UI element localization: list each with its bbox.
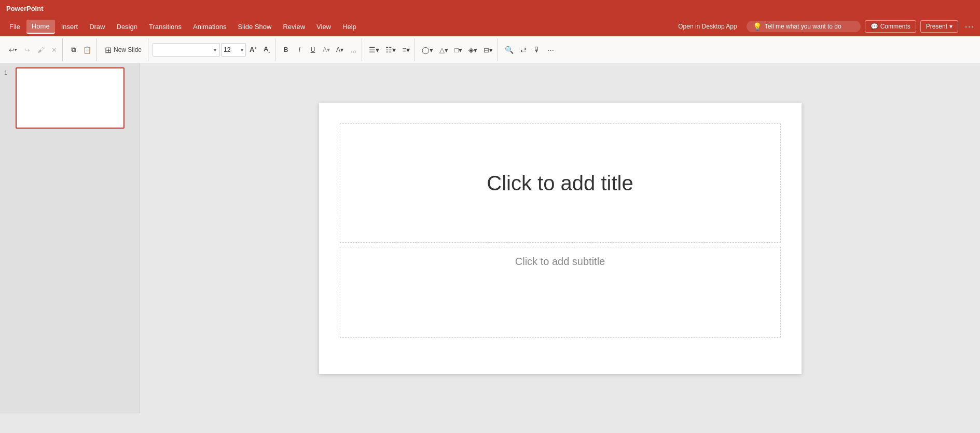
new-slide-group: ⊞ New Slide [99,38,148,61]
redo-button[interactable]: ↪ [21,43,33,57]
title-placeholder-text: Click to add title [487,172,633,195]
undo-redo-group: ↩ ▾ ↪ 🖌 ✕ [4,38,63,61]
more-text-icon: … [350,46,357,54]
font-name-dropdown[interactable]: ▾ [153,43,220,57]
outline-icon: □▾ [454,46,462,54]
menu-insert[interactable]: Insert [56,20,84,33]
increase-font-button[interactable]: A+ [247,43,259,57]
clear-format-button[interactable]: ✕ [48,43,60,57]
bullets-button[interactable]: ☰▾ [366,43,382,57]
lightbulb-icon: 💡 [753,22,762,31]
slide-thumbnail-preview[interactable] [16,67,125,129]
bold-icon: B [284,46,288,53]
open-desktop-label: Open in Desktop App [678,23,737,30]
format-painter-button[interactable]: 🖌 [34,43,47,57]
fill-color-button[interactable]: △▾ [437,43,451,57]
comments-label: Comments [880,23,910,30]
effects-icon: ◈▾ [468,46,477,54]
menu-draw[interactable]: Draw [84,20,110,33]
bold-button[interactable]: B [280,43,292,57]
italic-icon: I [298,46,300,53]
comments-button[interactable]: 💬 Comments [865,20,916,33]
font-size-chevron: ▾ [241,47,243,53]
menu-animations[interactable]: Animations [188,20,231,33]
menu-design[interactable]: Design [112,20,143,33]
menu-home[interactable]: Home [26,20,55,34]
font-size-value: 12 [224,46,230,53]
numbering-button[interactable]: ☷▾ [383,43,398,57]
more-ribbon-button[interactable]: ⋯ [544,43,557,57]
font-size-dropdown[interactable]: 12 ▾ [221,43,246,57]
font-name-chevron: ▾ [214,47,216,53]
undo-button[interactable]: ↩ ▾ [6,43,20,57]
present-button[interactable]: Present ▾ [920,20,958,33]
main-area: 1 Click to add title Click to add subtit… [0,63,980,413]
slide-thumbnail-item[interactable]: 1 [4,67,135,129]
increase-font-icon: A+ [250,46,257,53]
alignment-icon: ≡▾ [402,46,410,54]
comment-icon: 💬 [871,23,878,30]
numbering-icon: ☷▾ [385,46,396,54]
highlight-icon: A▾ [323,46,330,53]
open-desktop-button[interactable]: Open in Desktop App [673,21,742,32]
canvas-area: Click to add title Click to add subtitle [140,63,980,413]
effects-button[interactable]: ◈▾ [466,43,480,57]
menu-help[interactable]: Help [337,20,362,33]
new-slide-label: New Slide [114,46,142,53]
new-slide-icon: ⊞ [105,45,112,55]
outline-button[interactable]: □▾ [452,43,465,57]
shapes-icon: ◯▾ [422,46,433,54]
text-highlight-button[interactable]: A▾ [320,43,333,57]
dictate-button[interactable]: 🎙 [531,43,543,57]
dictate-icon: 🎙 [533,46,541,54]
underline-icon: U [311,46,315,53]
undo-icon: ↩ [9,46,15,54]
menu-view[interactable]: View [311,20,336,33]
copy-icon: ⧉ [71,46,76,54]
arrange-icon: ⊟▾ [484,46,493,54]
font-color-icon: A▾ [336,46,343,53]
slide-canvas: Click to add title Click to add subtitle [319,103,802,374]
copy-button[interactable]: ⧉ [67,43,79,57]
fill-icon: △▾ [439,46,448,54]
subtitle-placeholder-text: Click to add subtitle [515,256,605,268]
clipboard-group: ⧉ 📋 [65,38,96,61]
present-label: Present [926,23,947,30]
menu-bar: File Home Insert Draw Design Transitions… [0,17,366,36]
font-group: ▾ 12 ▾ A+ A- [150,38,275,61]
ribbon-toolbar: ↩ ▾ ↪ 🖌 ✕ ⧉ 📋 ⊞ New Slide ▾ [0,36,980,63]
menu-transitions[interactable]: Transitions [144,20,187,33]
find-icon: 🔍 [505,46,514,54]
shapes-button[interactable]: ◯▾ [419,43,436,57]
paste-button[interactable]: 📋 [80,43,94,57]
drawing-group: ◯▾ △▾ □▾ ◈▾ ⊟▾ [417,38,498,61]
arrange-button[interactable]: ⊟▾ [481,43,495,57]
menu-review[interactable]: Review [278,20,310,33]
more-options-button[interactable]: ⋯ [962,19,976,34]
undo-dropdown[interactable]: ▾ [15,47,17,52]
new-slide-button[interactable]: ⊞ New Slide [101,43,146,57]
italic-button[interactable]: I [293,43,306,57]
decrease-font-button[interactable]: A- [260,43,273,57]
text-format-group: B I U A▾ A▾ … [278,38,362,61]
more-text-button[interactable]: … [347,43,360,57]
alignment-button[interactable]: ≡▾ [399,43,412,57]
paragraph-group: ☰▾ ☷▾ ≡▾ [364,38,415,61]
slide-panel: 1 [0,63,140,413]
title-bar: PowerPoint [0,0,980,17]
find-button[interactable]: 🔍 [502,43,516,57]
decrease-font-icon: A- [264,45,270,54]
chevron-down-icon: ▾ [949,23,953,30]
replace-icon: ⇄ [520,46,527,54]
title-placeholder[interactable]: Click to add title [340,123,781,243]
menu-file[interactable]: File [4,20,25,33]
clear-icon: ✕ [51,46,57,54]
replace-button[interactable]: ⇄ [517,43,530,57]
font-color-button[interactable]: A▾ [334,43,346,57]
menu-slideshow[interactable]: Slide Show [232,20,277,33]
subtitle-placeholder[interactable]: Click to add subtitle [340,247,781,338]
more-ribbon-icon: ⋯ [547,46,554,54]
underline-button[interactable]: U [307,43,319,57]
search-box[interactable]: 💡 Tell me what you want to do [747,21,861,32]
app-title: PowerPoint [6,5,44,12]
